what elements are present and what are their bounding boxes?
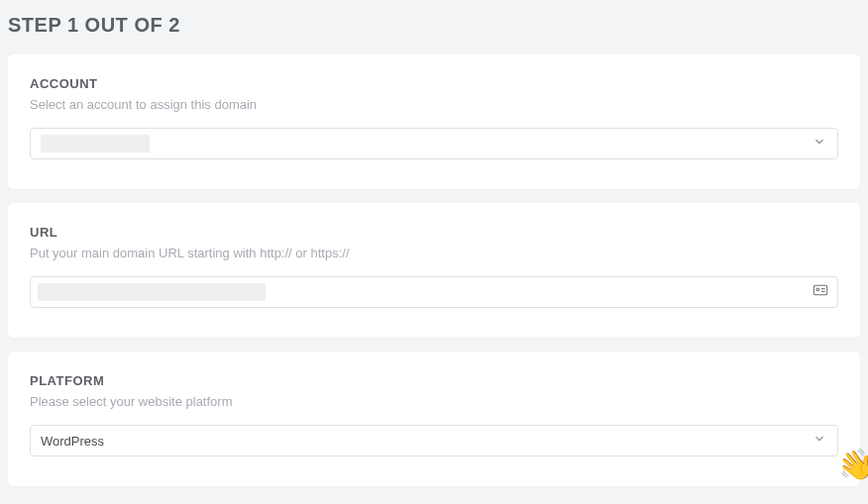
account-select[interactable] [30, 128, 838, 159]
page-title: STEP 1 OUT OF 2 [0, 0, 868, 41]
platform-label: PLATFORM [30, 373, 838, 388]
url-input[interactable] [30, 276, 838, 308]
url-card: URL Put your main domain URL starting wi… [8, 203, 860, 338]
platform-card: PLATFORM Please select your website plat… [8, 352, 860, 486]
platform-hint: Please select your website platform [30, 394, 838, 409]
url-label: URL [30, 225, 838, 240]
account-label: ACCOUNT [30, 76, 838, 91]
account-card: ACCOUNT Select an account to assign this… [8, 54, 860, 189]
platform-select[interactable]: WordPress [30, 425, 838, 456]
url-hint: Put your main domain URL starting with h… [30, 246, 838, 260]
account-hint: Select an account to assign this domain [30, 97, 838, 112]
account-select-placeholder [41, 135, 150, 152]
wave-emoji-icon: 👋 [834, 445, 868, 485]
platform-select-value: WordPress [41, 434, 104, 449]
